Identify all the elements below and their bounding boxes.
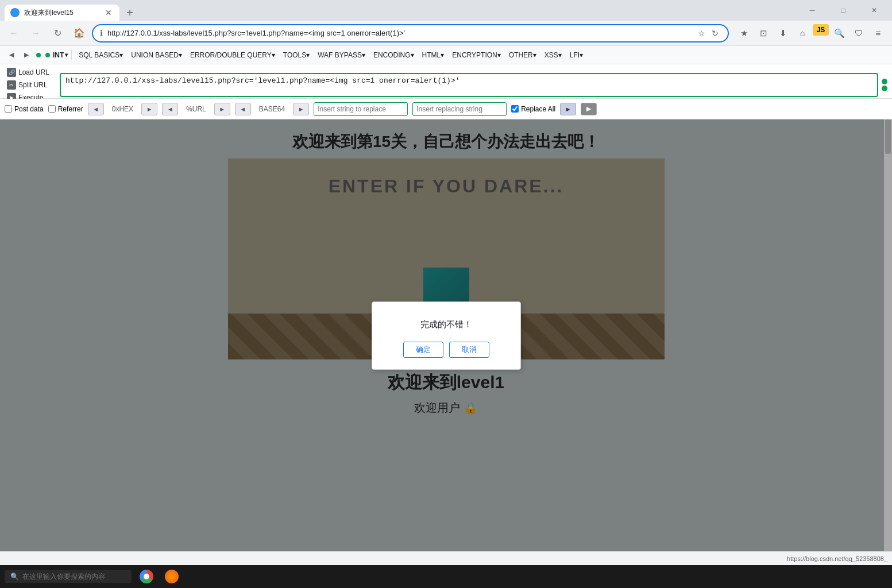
url-label: %URL <box>183 104 210 114</box>
taskbar-search-input[interactable] <box>22 572 126 581</box>
extensions-button[interactable]: 🔍 <box>830 24 848 42</box>
status-dot-2 <box>45 53 50 57</box>
dialog-overlay: 完成的不错！ 确定 取消 <box>0 119 892 551</box>
menu-waf-bypass[interactable]: WAF BYPASS▾ <box>314 47 369 63</box>
taskbar-chrome-icon[interactable] <box>136 566 157 587</box>
bookmark-icon[interactable]: ☆ <box>696 28 707 39</box>
window-controls: ─ □ ✕ <box>799 1 887 20</box>
tab-area: 🌐 欢迎来到level15 ✕ + <box>5 0 799 21</box>
star-button[interactable]: ★ <box>735 24 753 42</box>
section-chevron: ▾ <box>65 52 68 58</box>
url-left-arrow[interactable]: ◄ <box>162 103 178 115</box>
post-data-input[interactable] <box>5 105 12 113</box>
toolbar-icons: ★ ⊡ ⬇ ⌂ JS 🔍 🛡 ≡ <box>735 24 887 42</box>
minimize-button[interactable]: ─ <box>799 1 825 20</box>
download-button[interactable]: ⬇ <box>774 24 792 42</box>
replace-all-label: Replace All <box>521 105 555 113</box>
new-tab-button[interactable]: + <box>122 5 138 21</box>
taskbar-firefox-icon[interactable] <box>161 566 182 587</box>
firefox-icon <box>165 570 179 583</box>
post-data-label: Post data <box>14 105 44 113</box>
tools-row: 🔗 Load URL ✂ Split URL ▶ Execute http://… <box>0 64 892 99</box>
menu-lfi[interactable]: LFI▾ <box>566 47 586 63</box>
menu-encoding[interactable]: ENCODING▾ <box>370 47 418 63</box>
read-mode-button[interactable]: ⊡ <box>754 24 773 42</box>
insert-replacing-input[interactable] <box>412 102 507 116</box>
active-tab[interactable]: 🌐 欢迎来到level15 ✕ <box>5 5 119 21</box>
right-indicator-bottom <box>882 86 887 91</box>
options-row: Post data Referrer ◄ 0xHEX ► ◄ %URL ► ◄ … <box>0 99 892 119</box>
address-icons: ☆ ↻ <box>696 28 721 39</box>
chrome-inner <box>144 574 149 579</box>
shield-button[interactable]: 🛡 <box>849 24 868 42</box>
replace-right-arrow[interactable]: ► <box>560 103 576 115</box>
load-url-label: Load URL <box>18 68 49 76</box>
dialog-box: 完成的不错！ 确定 取消 <box>372 301 521 370</box>
insert-replace-input[interactable] <box>314 102 408 116</box>
menu-union-based[interactable]: UNION BASED▾ <box>128 47 186 63</box>
menu-encryption[interactable]: ENCRYPTION▾ <box>449 47 504 63</box>
toolbar-separator <box>71 50 72 60</box>
referrer-input[interactable] <box>48 105 56 113</box>
ext-forward-button[interactable]: ▶ <box>20 48 33 62</box>
url-right-arrow[interactable]: ► <box>214 103 230 115</box>
replace-all-input[interactable] <box>511 105 519 113</box>
status-dot <box>36 53 41 57</box>
side-actions: 🔗 Load URL ✂ Split URL ▶ Execute <box>5 67 56 103</box>
lock-icon: ℹ <box>100 29 103 37</box>
title-bar: 🌐 欢迎来到level15 ✕ + ─ □ ✕ <box>0 0 892 21</box>
taskbar-search[interactable]: 🔍 <box>5 570 132 583</box>
menu-other[interactable]: OTHER▾ <box>505 47 540 63</box>
taskbar: 🔍 <box>0 565 892 588</box>
split-url-icon: ✂ <box>7 80 16 90</box>
refresh-icon[interactable]: ↻ <box>709 28 721 39</box>
menu-sql-basics[interactable]: SQL BASICS▾ <box>75 47 126 63</box>
0xhex-left-arrow[interactable]: ◄ <box>88 103 104 115</box>
close-button[interactable]: ✕ <box>861 1 887 20</box>
address-input-wrap: ℹ ☆ ↻ <box>92 24 729 42</box>
extension-toolbar: ◀ ▶ INT ▾ SQL BASICS▾ UNION BASED▾ ERROR… <box>0 46 892 64</box>
base64-left-arrow[interactable]: ◄ <box>235 103 251 115</box>
menu-tools[interactable]: TOOLS▾ <box>280 47 313 63</box>
tab-favicon: 🌐 <box>10 8 20 17</box>
dialog-ok-button[interactable]: 确定 <box>403 342 443 358</box>
address-input[interactable] <box>107 29 691 37</box>
base64-label: BASE64 <box>256 104 288 114</box>
home-nav-button[interactable]: ⌂ <box>793 24 812 42</box>
menu-xss[interactable]: XSS▾ <box>541 47 565 63</box>
ext-section-label: INT ▾ <box>53 51 68 59</box>
dialog-cancel-button[interactable]: 取消 <box>449 342 489 358</box>
address-bar: ← → ↻ 🏠 ℹ ☆ ↻ ★ ⊡ ⬇ ⌂ JS 🔍 🛡 ≡ <box>0 21 892 46</box>
tools-right-indicators <box>882 79 887 91</box>
back-button[interactable]: ← <box>5 24 23 42</box>
replace-right-arrow-2[interactable]: ▶ <box>581 103 597 115</box>
0xhex-right-arrow[interactable]: ► <box>141 103 157 115</box>
replace-all-checkbox[interactable]: Replace All <box>511 105 555 113</box>
split-url-label: Split URL <box>18 81 48 89</box>
menu-html[interactable]: HTML▾ <box>419 47 448 63</box>
0xhex-label: 0xHEX <box>109 104 137 114</box>
base64-right-arrow[interactable]: ► <box>293 103 309 115</box>
js-icon: JS <box>813 24 829 36</box>
split-url-button[interactable]: ✂ Split URL <box>5 79 56 91</box>
referrer-label: Referrer <box>58 105 83 113</box>
url-input[interactable]: http://127.0.0.1/xss-labs/level15.php?sr… <box>60 73 878 97</box>
menu-button[interactable]: ≡ <box>869 24 887 42</box>
dialog-message: 完成的不错！ <box>420 319 472 330</box>
status-bar: https://blog.csdn.net/qq_52358808_ <box>0 551 892 565</box>
menu-error-double[interactable]: ERROR/DOUBLE QUERY▾ <box>187 47 279 63</box>
tab-close-button[interactable]: ✕ <box>103 7 114 18</box>
tab-title: 欢迎来到level15 <box>24 8 101 18</box>
post-data-checkbox[interactable]: Post data <box>5 105 44 113</box>
home-button[interactable]: 🏠 <box>70 24 88 42</box>
ext-back-button[interactable]: ◀ <box>5 48 18 62</box>
right-indicator-top <box>882 79 887 84</box>
load-url-button[interactable]: 🔗 Load URL <box>5 67 56 78</box>
reload-button[interactable]: ↻ <box>48 24 67 42</box>
page-content: 欢迎来到第15关，自己想个办法走出去吧！ ENTER IF YOU DARE..… <box>0 119 892 551</box>
referrer-checkbox[interactable]: Referrer <box>48 105 83 113</box>
chrome-icon <box>140 570 153 583</box>
forward-button[interactable]: → <box>26 24 45 42</box>
status-url: https://blog.csdn.net/qq_52358808_ <box>787 555 887 562</box>
maximize-button[interactable]: □ <box>830 1 856 20</box>
